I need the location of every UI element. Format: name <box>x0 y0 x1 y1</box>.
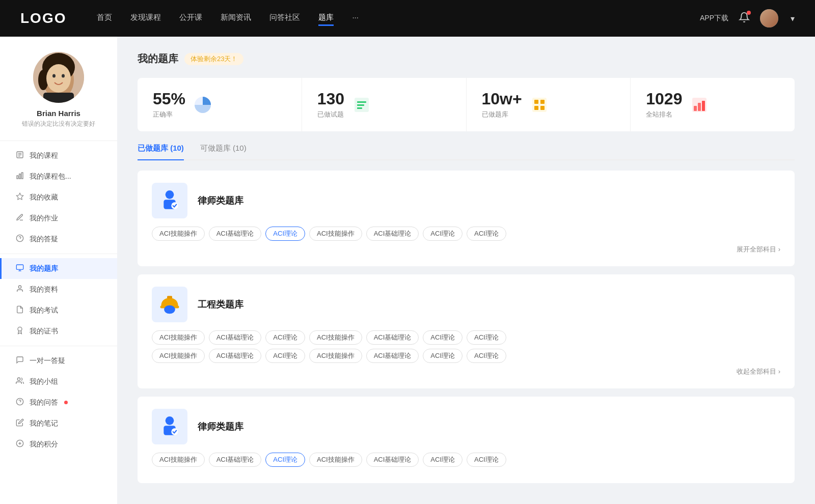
bank-card-lawyer-1: 律师类题库 ACI技能操作 ACI基础理论 ACI理论 ACI技能操作 ACI基… <box>138 171 795 266</box>
tag-selected[interactable]: ACI理论 <box>265 453 305 467</box>
sidebar-item-mybank[interactable]: 我的题库 <box>0 258 117 279</box>
sidebar-item-mynote[interactable]: 我的笔记 <box>0 413 117 434</box>
sidebar-item-1on1[interactable]: 一对一答疑 <box>0 350 117 371</box>
sidebar-item-label: 一对一答疑 <box>30 356 65 366</box>
tag[interactable]: ACI技能操作 <box>152 349 205 363</box>
sidebar-item-mypoints[interactable]: 我的积分 <box>0 434 117 455</box>
tag[interactable]: ACI基础理论 <box>366 330 419 345</box>
sidebar-divider-mid <box>0 254 117 254</box>
exam-icon <box>15 305 24 315</box>
tag[interactable]: ACI理论 <box>423 227 463 241</box>
stat-accuracy: 55% 正确率 <box>138 78 302 131</box>
sidebar-item-label: 我的题库 <box>30 264 58 273</box>
bar-chart-icon <box>15 172 24 181</box>
bank-header-1: 律师类题库 <box>152 183 780 218</box>
sidebar-divider-bot <box>0 346 117 346</box>
collapse-link-2[interactable]: 收起全部科目 › <box>152 367 780 376</box>
tag[interactable]: ACI技能操作 <box>309 349 362 363</box>
sidebar-item-myhomework[interactable]: 我的作业 <box>0 208 117 229</box>
profile-name: Brian Harris <box>37 109 80 118</box>
tag[interactable]: ACI基础理论 <box>209 349 262 363</box>
tag[interactable]: ACI理论 <box>423 330 463 345</box>
list-icon <box>352 96 371 114</box>
tags-row-2a: ACI技能操作 ACI基础理论 ACI理论 ACI技能操作 ACI基础理论 AC… <box>152 330 780 345</box>
tag[interactable]: ACI技能操作 <box>309 453 362 467</box>
app-download-button[interactable]: APP下载 <box>700 14 728 23</box>
nav-discover[interactable]: 发现课程 <box>130 11 161 26</box>
tag[interactable]: ACI技能操作 <box>152 330 205 345</box>
tab-done[interactable]: 已做题库 (10) <box>138 144 184 159</box>
tag[interactable]: ACI基础理论 <box>209 453 262 467</box>
trial-badge: 体验剩余23天！ <box>184 53 243 65</box>
nav-more[interactable]: ··· <box>352 11 359 26</box>
svg-rect-45 <box>167 296 172 299</box>
tag[interactable]: ACI基础理论 <box>209 330 262 345</box>
tag[interactable]: ACI理论 <box>467 330 506 345</box>
svg-rect-40 <box>702 101 705 111</box>
tag[interactable]: ACI技能操作 <box>152 227 205 241</box>
ranking-icon <box>690 96 709 114</box>
sidebar-item-myprofile[interactable]: 我的资料 <box>0 279 117 300</box>
bank-icon-lawyer-1 <box>152 183 187 218</box>
tags-row-2b: ACI技能操作 ACI基础理论 ACI理论 ACI技能操作 ACI基础理论 AC… <box>152 349 780 363</box>
question2-icon <box>15 398 24 407</box>
sidebar-item-mycoursepack[interactable]: 我的课程包... <box>0 166 117 187</box>
sidebar-item-mycollection[interactable]: 我的收藏 <box>0 187 117 208</box>
sidebar-item-mygroup[interactable]: 我的小组 <box>0 371 117 392</box>
nav-news[interactable]: 新闻资讯 <box>221 11 251 26</box>
tag[interactable]: ACI基础理论 <box>209 227 262 241</box>
sidebar-item-label: 我的积分 <box>30 440 58 449</box>
tags-row-3: ACI技能操作 ACI基础理论 ACI理论 ACI技能操作 ACI基础理论 AC… <box>152 453 780 467</box>
tag[interactable]: ACI技能操作 <box>309 227 362 241</box>
sidebar-item-myquestion[interactable]: 我的问答 <box>0 392 117 413</box>
nav-opencourse[interactable]: 公开课 <box>179 11 202 26</box>
grid-icon <box>530 96 549 114</box>
tag[interactable]: ACI理论 <box>265 330 305 345</box>
bank-icon <box>15 264 24 273</box>
bank-icon-engineer <box>152 287 187 322</box>
tag-selected[interactable]: ACI理论 <box>265 227 305 241</box>
stat-value-banks: 10w+ <box>482 90 522 108</box>
tag[interactable]: ACI技能操作 <box>309 330 362 345</box>
nav-questionbank[interactable]: 题库 <box>318 11 334 26</box>
pie-chart-icon <box>194 96 212 114</box>
expand-link-1[interactable]: 展开全部科目 › <box>152 245 780 254</box>
sidebar-item-label: 我的课程 <box>30 151 58 160</box>
bank-icon-lawyer-2 <box>152 409 187 444</box>
note-icon <box>15 418 24 428</box>
chat-icon <box>15 356 24 366</box>
bank-name-3: 律师类题库 <box>198 421 243 433</box>
svg-rect-7 <box>43 93 74 103</box>
svg-point-46 <box>164 305 175 314</box>
sidebar-item-label: 我的作业 <box>30 214 58 223</box>
tag[interactable]: ACI技能操作 <box>152 453 205 467</box>
tag[interactable]: ACI理论 <box>423 349 463 363</box>
tag[interactable]: ACI理论 <box>467 227 506 241</box>
tag[interactable]: ACI基础理论 <box>366 349 419 363</box>
navbar: LOGO 首页 发现课程 公开课 新闻资讯 问答社区 题库 ··· APP下载 … <box>0 0 815 37</box>
logo: LOGO <box>20 10 66 26</box>
sidebar-item-label: 我的收藏 <box>30 193 58 202</box>
user-dropdown-chevron-icon[interactable]: ▾ <box>791 14 795 23</box>
bank-name-1: 律师类题库 <box>198 194 243 207</box>
tag[interactable]: ACI基础理论 <box>366 453 419 467</box>
notification-bell-icon[interactable] <box>739 12 750 25</box>
svg-rect-18 <box>16 265 23 269</box>
sidebar-item-myqa[interactable]: 我的答疑 <box>0 229 117 249</box>
sidebar-item-myexam[interactable]: 我的考试 <box>0 300 117 321</box>
user-avatar-nav[interactable] <box>760 9 778 27</box>
nav-qa[interactable]: 问答社区 <box>269 11 300 26</box>
tab-available[interactable]: 可做题库 (10) <box>200 144 247 159</box>
svg-rect-29 <box>357 101 366 103</box>
tag[interactable]: ACI理论 <box>423 453 463 467</box>
tag[interactable]: ACI理论 <box>265 349 305 363</box>
tag[interactable]: ACI理论 <box>467 453 506 467</box>
sidebar-item-mycourse[interactable]: 我的课程 <box>0 145 117 166</box>
sidebar-item-label: 我的问答 <box>30 398 58 407</box>
tag[interactable]: ACI基础理论 <box>366 227 419 241</box>
tag[interactable]: ACI理论 <box>467 349 506 363</box>
sidebar-item-mycert[interactable]: 我的证书 <box>0 321 117 342</box>
svg-rect-32 <box>532 98 547 112</box>
nav-home[interactable]: 首页 <box>97 11 112 26</box>
svg-rect-36 <box>540 106 545 110</box>
